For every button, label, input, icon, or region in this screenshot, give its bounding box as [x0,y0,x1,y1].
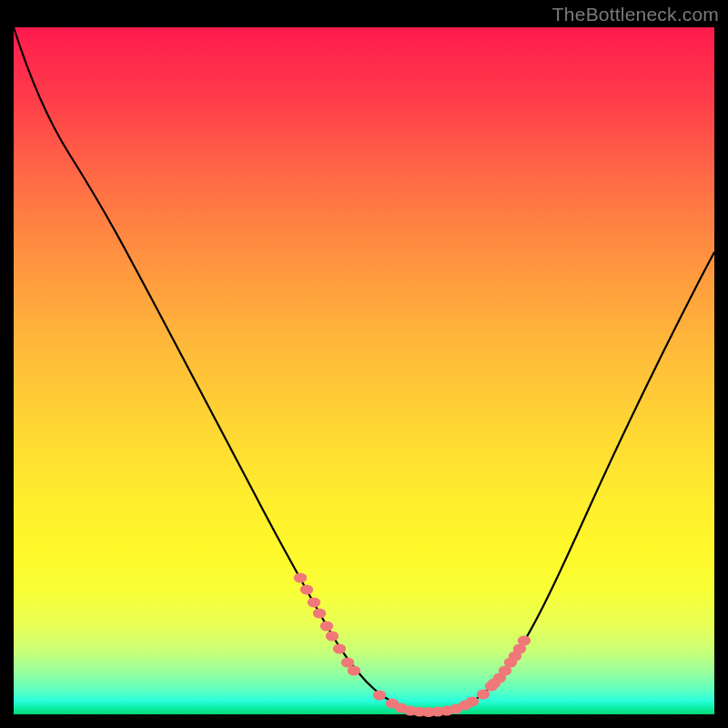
chart-svg [14,27,714,714]
curve-marker [313,608,326,618]
curve-marker [477,689,490,699]
curve-marker [466,696,479,706]
curve-marker [373,690,386,700]
watermark-text: TheBottleneck.com [552,4,719,25]
curve-marker [326,631,339,641]
plot-area [14,27,714,714]
curve-marker [308,597,320,607]
chart-frame: TheBottleneck.com [0,0,728,728]
bottleneck-curve [14,27,714,712]
curve-marker [294,572,307,582]
curve-marker [518,635,531,645]
curve-marker [300,584,313,594]
curve-marker [320,621,333,631]
curve-marker [348,665,360,675]
curve-markers [294,572,531,717]
curve-marker [333,643,346,653]
